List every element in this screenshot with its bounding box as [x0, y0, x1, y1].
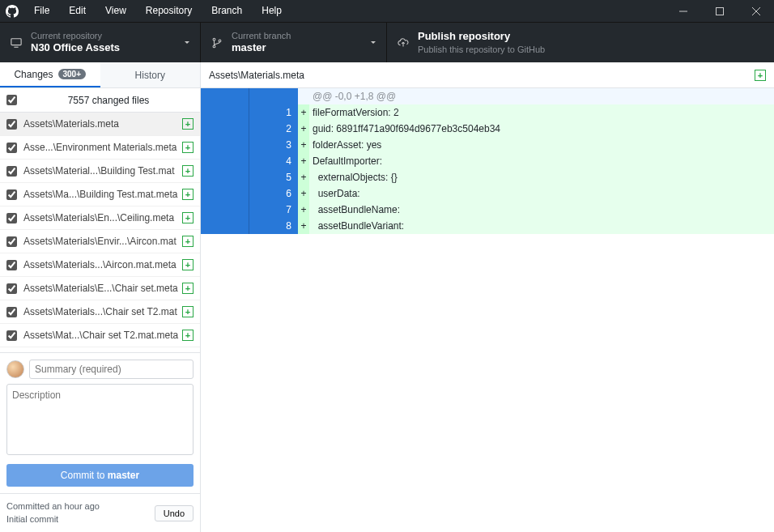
diff-panel: Assets\Materials.meta + @@ -0,0 +1,8 @@1… [201, 62, 774, 532]
publish-title: Publish repository [418, 30, 545, 44]
file-checkbox[interactable] [6, 330, 17, 341]
chevron-down-icon [370, 37, 376, 49]
github-logo-icon [0, 5, 24, 18]
tab-changes[interactable]: Changes 300+ [0, 62, 100, 87]
svg-point-8 [219, 39, 221, 41]
diff-hunk-header: @@ -0,0 +1,8 @@ [201, 88, 774, 104]
menu-view[interactable]: View [96, 0, 136, 22]
file-checkbox[interactable] [6, 189, 17, 200]
menu-edit[interactable]: Edit [59, 0, 96, 22]
diff-line: 5+ externalObjects: {} [201, 169, 774, 185]
file-checkbox[interactable] [6, 119, 17, 130]
added-icon: + [182, 283, 194, 294]
diff-line: 4+DefaultImporter: [201, 153, 774, 169]
added-icon: + [182, 330, 194, 341]
added-icon: + [182, 142, 194, 153]
tab-history[interactable]: History [100, 62, 201, 87]
window-controls [665, 0, 774, 22]
file-list: Assets\Materials.meta+Asse...\Environmen… [0, 113, 200, 347]
changed-files-header: 7557 changed files [0, 88, 200, 113]
minimize-button[interactable] [665, 0, 701, 22]
file-row[interactable]: Assets\Materials\E...\Chair set.meta+ [0, 277, 200, 300]
file-checkbox[interactable] [6, 143, 17, 153]
publish-sub: Publish this repository to GitHub [418, 44, 545, 55]
file-row[interactable]: Assets\Mat...\Chair set T2.mat.meta+ [0, 324, 200, 347]
file-checkbox[interactable] [6, 166, 17, 177]
desktop-icon [10, 37, 23, 49]
branch-icon [211, 37, 223, 49]
branch-label: Current branch [232, 30, 291, 41]
file-checkbox[interactable] [6, 213, 17, 223]
undo-bar: Committed an hour ago Initial commit Und… [0, 493, 200, 532]
chevron-down-icon [184, 37, 190, 49]
added-icon: + [755, 70, 766, 81]
menu-repository[interactable]: Repository [136, 0, 202, 22]
diff-body[interactable]: @@ -0,0 +1,8 @@1+fileFormatVersion: 22+g… [201, 88, 774, 532]
svg-point-7 [213, 45, 215, 47]
added-icon: + [182, 259, 194, 270]
file-row[interactable]: Assets\Material...\Building Test.mat+ [0, 160, 200, 183]
main: Changes 300+ History 7557 changed files … [0, 62, 774, 532]
added-icon: + [182, 189, 194, 200]
file-name: Assets\Ma...\Building Test.mat.meta [23, 189, 182, 200]
changes-count-badge: 300+ [58, 69, 87, 79]
titlebar: File Edit View Repository Branch Help [0, 0, 774, 22]
added-icon: + [182, 236, 194, 247]
file-checkbox[interactable] [6, 236, 17, 247]
file-checkbox[interactable] [6, 283, 17, 294]
added-icon: + [182, 212, 194, 223]
current-branch-dropdown[interactable]: Current branch master [201, 23, 387, 62]
select-all-checkbox[interactable] [6, 95, 17, 105]
added-icon: + [182, 306, 194, 317]
last-commit-time: Committed an hour ago [6, 500, 100, 513]
file-name: Assets\Mat...\Chair set T2.mat.meta [23, 330, 182, 341]
diff-header: Assets\Materials.meta + [201, 62, 774, 88]
undo-button[interactable]: Undo [155, 505, 194, 521]
summary-input[interactable] [29, 360, 194, 379]
file-checkbox[interactable] [6, 260, 17, 270]
publish-repository-button[interactable]: Publish repository Publish this reposito… [387, 23, 774, 62]
svg-rect-4 [11, 38, 21, 45]
menu-help[interactable]: Help [252, 0, 291, 22]
diff-line: 6+ userData: [201, 185, 774, 202]
close-button[interactable] [738, 0, 774, 22]
file-name: Assets\Material...\Building Test.mat [23, 165, 182, 177]
file-name: Asse...\Environment Materials.meta [23, 142, 182, 153]
file-row[interactable]: Assets\Materials.meta+ [0, 113, 200, 136]
toolbar: Current repository N30 Office Assets Cur… [0, 22, 774, 62]
file-name: Assets\Materials...\Chair set T2.mat [23, 306, 182, 317]
menu-branch[interactable]: Branch [202, 0, 252, 22]
file-name: Assets\Materials\E...\Chair set.meta [23, 283, 182, 294]
file-row[interactable]: Assets\Ma...\Building Test.mat.meta+ [0, 183, 200, 206]
diff-line: 7+ assetBundleName: [201, 202, 774, 218]
tab-history-label: History [135, 70, 165, 81]
cloud-upload-icon [397, 37, 410, 49]
diff-line: 3+folderAsset: yes [201, 137, 774, 153]
svg-point-6 [213, 38, 215, 40]
app-menu: File Edit View Repository Branch Help [24, 0, 291, 22]
current-repository-dropdown[interactable]: Current repository N30 Office Assets [0, 23, 201, 62]
maximize-button[interactable] [701, 0, 738, 22]
file-row[interactable]: Assets\Materials\Envir...\Aircon.mat+ [0, 230, 200, 253]
branch-name: master [232, 41, 291, 55]
diff-line: 2+guid: 6891ff471a90f694d9677eb3c504eb34 [201, 121, 774, 137]
file-name: Assets\Materials.meta [23, 118, 182, 130]
diff-file-path: Assets\Materials.meta [209, 70, 755, 81]
last-commit-title: Initial commit [6, 513, 100, 526]
file-checkbox[interactable] [6, 307, 17, 317]
description-input[interactable] [6, 384, 194, 455]
commit-form: Commit to master [0, 352, 200, 493]
menu-file[interactable]: File [24, 0, 59, 22]
file-row[interactable]: Assets\Materials...\Aircon.mat.meta+ [0, 253, 200, 277]
added-icon: + [182, 118, 194, 130]
file-name: Assets\Materials\En...\Ceiling.meta [23, 212, 182, 223]
file-row[interactable]: Assets\Materials...\Chair set T2.mat+ [0, 300, 200, 324]
svg-rect-1 [716, 7, 723, 15]
file-row[interactable]: Asse...\Environment Materials.meta+ [0, 136, 200, 160]
repo-name: N30 Office Assets [31, 41, 120, 55]
file-name: Assets\Materials\Envir...\Aircon.mat [23, 236, 182, 247]
commit-button[interactable]: Commit to master [6, 464, 194, 487]
sidebar: Changes 300+ History 7557 changed files … [0, 62, 201, 532]
sidebar-tabs: Changes 300+ History [0, 62, 200, 88]
file-row[interactable]: Assets\Materials\En...\Ceiling.meta+ [0, 206, 200, 230]
